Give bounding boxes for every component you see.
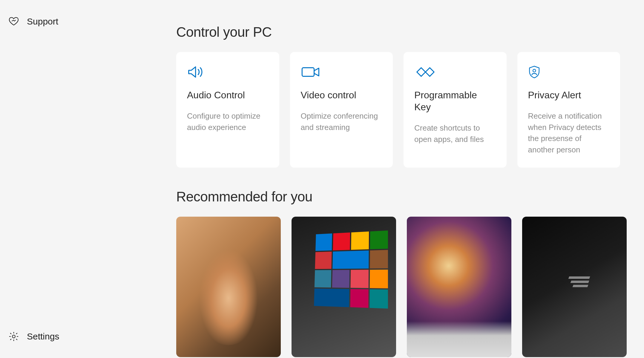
card-title: Audio Control — [187, 89, 269, 101]
speaker-icon — [187, 65, 269, 81]
svg-rect-1 — [302, 68, 314, 77]
sidebar-item-settings[interactable]: Settings — [0, 324, 152, 349]
card-title: Privacy Alert — [528, 89, 610, 101]
control-cards-row: Audio Control Configure to optimize audi… — [176, 52, 620, 168]
handshake-heart-icon — [8, 16, 19, 27]
rec-thumbnail — [407, 217, 511, 357]
section-title-control: Control your PC — [176, 24, 620, 40]
section-title-recommended: Recommended for you — [176, 189, 620, 205]
programmable-key-icon — [414, 65, 496, 81]
video-camera-icon — [301, 65, 382, 81]
card-video-control[interactable]: Video control Optimize conferencing and … — [290, 52, 393, 168]
rec-thumbnail — [176, 217, 281, 357]
rec-card-dark-mode[interactable]: Explore Dark Mode — [522, 217, 627, 358]
card-title: Video control — [301, 89, 382, 101]
card-programmable-key[interactable]: Programmable Key Create shortcuts to ope… — [404, 52, 507, 168]
rec-thumbnail — [522, 217, 627, 357]
card-subtitle: Receive a notification when Privacy dete… — [528, 111, 610, 156]
card-subtitle: Configure to optimize audio experience — [187, 111, 269, 133]
card-subtitle: Create shortcuts to open apps, and files — [414, 123, 496, 145]
card-privacy-alert[interactable]: Privacy Alert Receive a notification whe… — [517, 52, 620, 168]
sidebar-item-label: Settings — [27, 331, 59, 342]
main-content: Control your PC Audio Control Configure … — [152, 0, 644, 358]
gear-icon — [8, 331, 19, 342]
rec-card-optimize-menu[interactable]: Optimize your menu — [292, 217, 396, 358]
privacy-shield-icon — [528, 65, 610, 81]
sidebar-top: Support — [0, 9, 152, 324]
card-title: Programmable Key — [414, 89, 496, 113]
sidebar-bottom: Settings — [0, 324, 152, 349]
rec-card-change-your[interactable]: Change your — [407, 217, 511, 358]
rec-card-add-profile[interactable]: Add a new profile — [176, 217, 281, 358]
card-subtitle: Optimize conferencing and streaming — [301, 111, 382, 133]
rec-thumbnail — [292, 217, 396, 357]
sidebar: Support Settings — [0, 0, 152, 358]
sidebar-item-label: Support — [27, 16, 58, 27]
sidebar-item-support[interactable]: Support — [0, 9, 152, 34]
svg-point-0 — [12, 335, 15, 338]
svg-point-2 — [533, 69, 536, 72]
recommended-row: Add a new profile Optimize your menu Cha… — [176, 217, 620, 358]
card-audio-control[interactable]: Audio Control Configure to optimize audi… — [176, 52, 279, 168]
